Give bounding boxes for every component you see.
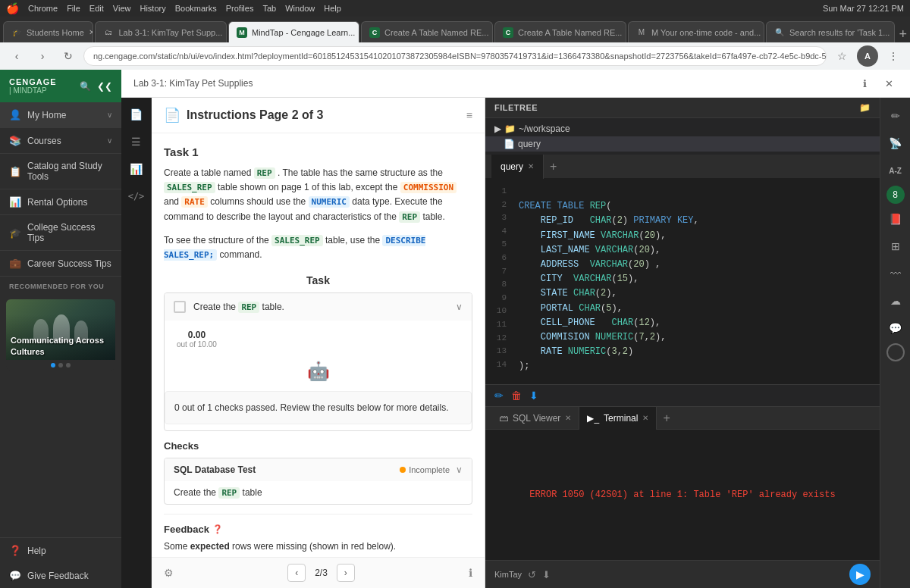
sidebar-item-feedback[interactable]: 💬 Give Feedback bbox=[0, 563, 121, 588]
menu-history[interactable]: History bbox=[140, 4, 165, 13]
menu-file[interactable]: File bbox=[67, 4, 80, 13]
sql-tab-close[interactable]: ✕ bbox=[565, 414, 571, 422]
sidebar-item-courses[interactable]: 📚 Courses ∨ bbox=[0, 128, 121, 154]
help-info-button[interactable]: ℹ bbox=[855, 74, 874, 92]
add-tab-button[interactable]: + bbox=[544, 160, 563, 174]
editor-top: FILETREE 📁 ▶ 📁 ~/workspace 📄 bbox=[485, 98, 880, 179]
menu-profiles[interactable]: Profiles bbox=[226, 4, 254, 13]
play-button[interactable]: ▶ bbox=[849, 564, 871, 585]
next-page-button[interactable]: › bbox=[337, 564, 355, 582]
sidebar-collapse-icon[interactable]: ❮❮ bbox=[97, 81, 112, 92]
filetree-folder-icon[interactable]: 📁 bbox=[859, 102, 871, 113]
back-button[interactable]: ‹ bbox=[6, 45, 27, 67]
menu-view[interactable]: View bbox=[113, 4, 131, 13]
wave-tool[interactable]: 〰 bbox=[883, 261, 908, 286]
chart-icon[interactable]: 📊 bbox=[126, 158, 147, 180]
menu-help[interactable]: Help bbox=[324, 4, 341, 13]
tab-mindtap[interactable]: M MindTap - Cengage Learn... ✕ bbox=[228, 21, 359, 42]
bottom-tab-sql[interactable]: 🗃 SQL Viewer ✕ bbox=[491, 407, 579, 430]
query-tab-close[interactable]: ✕ bbox=[528, 162, 534, 170]
task-item-chevron[interactable]: ∨ bbox=[456, 302, 463, 312]
profile-button[interactable]: A bbox=[857, 45, 878, 67]
main-split: 📄 ☰ 📊 </> 📄 Instructions Page 2 of 3 ≡ T… bbox=[121, 98, 910, 588]
expected-bold: expected bbox=[190, 541, 230, 552]
dot-2 bbox=[58, 363, 63, 368]
sidebar-item-my-home[interactable]: 👤 My Home ∨ bbox=[0, 102, 121, 128]
db-test-chevron[interactable]: ∨ bbox=[456, 464, 463, 475]
menu-chrome[interactable]: Chrome bbox=[28, 4, 58, 13]
rss-tool[interactable]: 📡 bbox=[883, 131, 908, 155]
menu-tab[interactable]: Tab bbox=[262, 4, 276, 13]
sidebar-header: CENGAGE | MINDTAP 🔍 ❮❮ bbox=[0, 70, 121, 102]
code-editor[interactable]: 1 2 3 4 5 6 7 8 9 10 11 12 13 14 bbox=[485, 179, 880, 384]
circle-tool[interactable]: 8 bbox=[886, 186, 905, 204]
tab-students[interactable]: 🎓 Students Home ✕ bbox=[3, 21, 93, 42]
doc-icon: 📄 bbox=[164, 107, 180, 124]
status-text: Incomplete bbox=[409, 465, 450, 474]
download-action-icon[interactable]: ⬇ bbox=[529, 389, 538, 402]
sidebar-item-help[interactable]: ❓ Help bbox=[0, 538, 121, 563]
sidebar-search-icon[interactable]: 🔍 bbox=[80, 81, 91, 92]
sidebar-item-catalog[interactable]: 📋 Catalog and Study Tools bbox=[0, 154, 121, 189]
apple-logo[interactable]: 🍎 bbox=[6, 2, 19, 14]
filetree-body: ▶ 📁 ~/workspace 📄 query bbox=[485, 118, 880, 155]
download-footer-icon[interactable]: ⬇ bbox=[542, 569, 551, 580]
tab-lab[interactable]: 🗂 Lab 3-1: KimTay Pet Supp... ✕ bbox=[95, 21, 227, 42]
recommended-overlay: Communicating Across Cultures bbox=[6, 314, 115, 360]
tab-search[interactable]: 🔍 Search results for 'Task 1... ✕ bbox=[766, 21, 894, 42]
tab-create2[interactable]: C Create A Table Named RE... ✕ bbox=[494, 21, 626, 42]
feedback-text: Some expected rows were missing (shown i… bbox=[164, 540, 472, 553]
prev-page-button[interactable]: ‹ bbox=[287, 564, 306, 582]
tab-create1[interactable]: C Create A Table Named RE... ✕ bbox=[361, 21, 493, 42]
bookmark-button[interactable]: ☆ bbox=[831, 45, 852, 67]
circle-outline-tool[interactable] bbox=[886, 343, 905, 361]
recommended-card[interactable]: Communicating Across Cultures bbox=[6, 299, 115, 371]
sidebar-item-rental[interactable]: 📊 Rental Options bbox=[0, 189, 121, 215]
bottom-tab-terminal[interactable]: ▶_ Terminal ✕ bbox=[579, 407, 657, 430]
sidebar-item-career[interactable]: 💼 Career Success Tips bbox=[0, 251, 121, 277]
menu-edit[interactable]: Edit bbox=[89, 4, 104, 13]
career-icon: 💼 bbox=[9, 258, 21, 269]
info-icon[interactable]: ℹ bbox=[469, 567, 472, 579]
feedback-title: Feedback ❓ bbox=[164, 524, 472, 535]
menu-icon[interactable]: ≡ bbox=[466, 109, 472, 121]
editor-actions: ✏ 🗑 ⬇ bbox=[485, 384, 880, 406]
menu-bookmarks[interactable]: Bookmarks bbox=[175, 4, 217, 13]
add-bottom-tab-button[interactable]: + bbox=[657, 411, 676, 425]
tab-mail[interactable]: M M Your one-time code - and... ✕ bbox=[628, 21, 764, 42]
delete-action-icon[interactable]: 🗑 bbox=[511, 389, 522, 402]
editor-tab-query[interactable]: query ✕ bbox=[491, 155, 544, 179]
reset-icon[interactable]: ↺ bbox=[528, 569, 536, 580]
create1-tab-icon: C bbox=[369, 27, 380, 38]
edit-action-icon[interactable]: ✏ bbox=[494, 389, 504, 402]
reload-button[interactable]: ↻ bbox=[58, 45, 79, 67]
terminal-tab-close[interactable]: ✕ bbox=[642, 414, 648, 422]
close-button[interactable]: ✕ bbox=[880, 74, 898, 92]
book-tool[interactable]: 📕 bbox=[883, 207, 908, 231]
forward-button[interactable]: › bbox=[32, 45, 53, 67]
feedback-icon: 💬 bbox=[9, 570, 21, 581]
settings-icon[interactable]: ⚙ bbox=[164, 567, 174, 579]
filetree-query-file[interactable]: 📄 query bbox=[485, 136, 880, 152]
list-icon[interactable]: ☰ bbox=[126, 131, 147, 152]
chat-tool[interactable]: 💬 bbox=[883, 316, 908, 340]
sidebar-item-college[interactable]: 🎓 College Success Tips bbox=[0, 215, 121, 251]
code-icon[interactable]: </> bbox=[126, 186, 147, 207]
menu-window[interactable]: Window bbox=[285, 4, 315, 13]
pencil-tool[interactable]: ✏ bbox=[883, 104, 908, 128]
pages-icon[interactable]: 📄 bbox=[126, 104, 147, 125]
task-checkbox[interactable] bbox=[174, 301, 186, 313]
code-content[interactable]: CREATE TABLE REP( REP_ID CHAR(2) PRIMARY… bbox=[513, 179, 880, 384]
catalog-label: Catalog and Study Tools bbox=[27, 161, 112, 182]
feedback-help-icon[interactable]: ❓ bbox=[212, 524, 223, 534]
new-tab-button[interactable]: + bbox=[899, 27, 908, 42]
extensions-button[interactable]: ⋮ bbox=[883, 45, 904, 67]
cloud-tool[interactable]: ☁ bbox=[883, 289, 908, 313]
filetree-header: FILETREE 📁 bbox=[485, 98, 880, 118]
address-bar[interactable]: ng.cengage.com/static/nb/ui/evo/index.ht… bbox=[83, 46, 827, 66]
filetree-workspace[interactable]: ▶ 📁 ~/workspace bbox=[485, 121, 880, 136]
students-tab-close[interactable]: ✕ bbox=[89, 28, 94, 36]
grid-tool[interactable]: ⊞ bbox=[883, 234, 908, 258]
cengage-logo: CENGAGE bbox=[9, 77, 57, 86]
az-tool[interactable]: A-Z bbox=[883, 158, 908, 183]
